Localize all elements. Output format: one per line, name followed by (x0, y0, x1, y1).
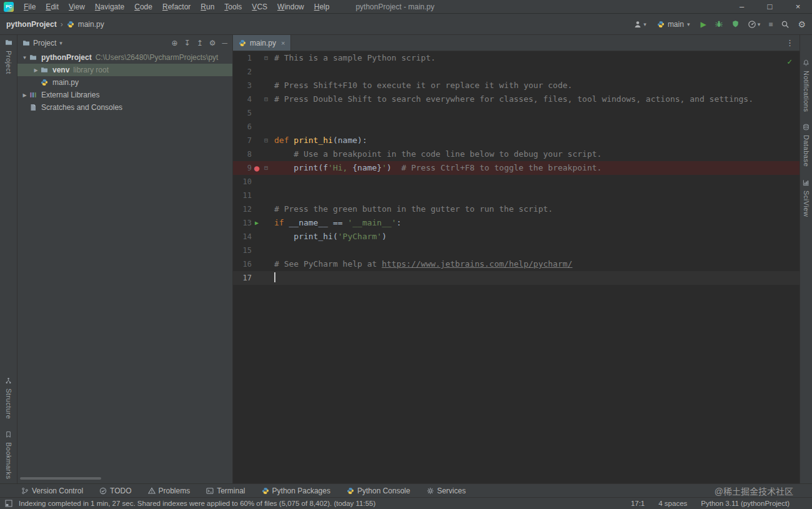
maximize-button[interactable]: □ (756, 0, 784, 13)
editor-gutter[interactable]: 13▶ (233, 216, 272, 230)
editor-gutter[interactable]: 1⊟ (233, 51, 272, 65)
tree-item-scratches[interactable]: Scratches and Consoles (17, 101, 232, 114)
tool-tab-version-control[interactable]: Version Control (21, 487, 83, 495)
menu-vcs[interactable]: VCS (247, 1, 272, 12)
editor-gutter[interactable]: 8 (233, 147, 272, 161)
chevron-down-icon[interactable]: ▾ (59, 40, 62, 46)
code-line-3[interactable]: 3# Press Shift+F10 to execute it or repl… (233, 79, 800, 92)
code-line-15[interactable]: 15 (233, 244, 800, 257)
code-line-4[interactable]: 4⊟# Press Double Shift to search everywh… (233, 92, 800, 106)
stripe-button-structure[interactable]: Structure (5, 375, 12, 419)
hide-panel-button[interactable]: ─ (222, 39, 227, 47)
menu-help[interactable]: Help (309, 1, 335, 12)
stripe-button-project[interactable]: Project (5, 37, 12, 74)
menu-file[interactable]: File (19, 1, 41, 12)
tool-tab-todo[interactable]: TODO (99, 487, 131, 495)
code-line-14[interactable]: 14 print_hi('PyCharm') (233, 230, 800, 244)
code-line-17[interactable]: 17 (233, 271, 800, 285)
run-configuration-selector[interactable]: main ▾ (655, 19, 693, 30)
locate-file-button[interactable]: ⊕ (172, 39, 178, 47)
menu-code[interactable]: Code (129, 1, 157, 12)
tool-tab-terminal[interactable]: Terminal (206, 487, 245, 495)
tree-item-external-libraries[interactable]: ▶External Libraries (17, 89, 232, 101)
horizontal-scrollbar[interactable] (20, 477, 101, 480)
run-gutter-icon[interactable]: ▶ (252, 220, 262, 226)
menu-view[interactable]: View (64, 1, 90, 12)
close-button[interactable]: × (784, 0, 812, 13)
breadcrumb-project[interactable]: pythonProject (6, 20, 57, 29)
editor-gutter[interactable]: 6 (233, 120, 272, 134)
editor-gutter[interactable]: 10 (233, 175, 272, 189)
fold-icon[interactable]: ⊟ (262, 134, 270, 147)
interpreter-widget[interactable]: Python 3.11 (pythonProject) (701, 500, 790, 507)
stripe-button-notifications[interactable]: Notifications (803, 57, 810, 112)
editor-gutter[interactable]: 15 (233, 244, 272, 257)
breadcrumb-file[interactable]: main.py (78, 20, 104, 29)
editor-gutter[interactable]: 5 (233, 106, 272, 120)
chevron-right-icon[interactable]: ▶ (32, 67, 40, 73)
code-line-11[interactable]: 11 (233, 189, 800, 202)
caret-position-widget[interactable]: 17:1 (631, 500, 645, 507)
fold-icon[interactable]: ⊟ (262, 161, 270, 175)
stop-button[interactable]: ■ (768, 20, 773, 29)
search-everywhere-button[interactable] (781, 20, 790, 29)
code-line-1[interactable]: 1⊟# This is a sample Python script. (233, 51, 800, 65)
editor-gutter[interactable]: 17 (233, 271, 272, 285)
profiler-button[interactable]: ▾ (748, 20, 761, 29)
tool-windows-icon[interactable] (5, 500, 12, 507)
stripe-button-sciview[interactable]: SciView (803, 177, 810, 217)
code-editor[interactable]: 1⊟# This is a sample Python script.23# P… (233, 51, 800, 483)
editor-tab-mainpy[interactable]: main.py × (233, 35, 291, 51)
editor-gutter[interactable]: 9●⊟ (233, 161, 272, 175)
project-panel-title[interactable]: Project (33, 39, 56, 47)
code-line-6[interactable]: 6 (233, 120, 800, 134)
inspection-ok-icon[interactable]: ✓ (787, 55, 792, 69)
breakpoint-icon[interactable]: ● (252, 164, 262, 172)
chevron-down-icon[interactable]: ▼ (21, 55, 29, 61)
indent-widget[interactable]: 4 spaces (658, 500, 687, 507)
editor-gutter[interactable]: 11 (233, 189, 272, 202)
code-line-7[interactable]: 7⊟def print_hi(name): (233, 134, 800, 147)
debug-button[interactable] (715, 20, 723, 29)
menu-run[interactable]: Run (196, 1, 219, 12)
settings-button[interactable]: ⚙ (798, 19, 806, 29)
code-line-9[interactable]: 9●⊟ print(f'Hi, {name}') # Press Ctrl+F8… (233, 161, 800, 175)
code-line-16[interactable]: 16# See PyCharm help at https://www.jetb… (233, 257, 800, 271)
code-with-me-users-button[interactable]: ▾ (633, 20, 646, 29)
code-line-8[interactable]: 8 # Use a breakpoint in the code line be… (233, 147, 800, 161)
panel-settings-button[interactable]: ⚙ (209, 39, 216, 47)
menu-navigate[interactable]: Navigate (90, 1, 129, 12)
tool-tab-python-console[interactable]: Python Console (347, 487, 410, 495)
code-line-10[interactable]: 10 (233, 175, 800, 189)
minimize-button[interactable]: – (728, 0, 756, 13)
tree-item-mainpy[interactable]: main.py (17, 76, 232, 89)
tool-tab-problems[interactable]: Problems (148, 487, 191, 495)
tab-close-icon[interactable]: × (281, 39, 285, 47)
code-line-2[interactable]: 2 (233, 65, 800, 79)
code-line-13[interactable]: 13▶if __name__ == '__main__': (233, 216, 800, 230)
stripe-button-database[interactable]: Database (803, 122, 810, 167)
editor-gutter[interactable]: 7⊟ (233, 134, 272, 147)
more-tabs-icon[interactable]: ⋮ (780, 35, 800, 51)
expand-all-button[interactable]: ↧ (184, 39, 191, 47)
tool-tab-services[interactable]: Services (427, 487, 466, 495)
menu-window[interactable]: Window (272, 1, 309, 12)
menu-edit[interactable]: Edit (41, 1, 64, 12)
editor-gutter[interactable]: 16 (233, 257, 272, 271)
tree-item-pythonproject[interactable]: ▼pythonProjectC:\Users\26480\PycharmProj… (17, 51, 232, 64)
menu-refactor[interactable]: Refactor (157, 1, 196, 12)
code-line-12[interactable]: 12# Press the green button in the gutter… (233, 202, 800, 216)
editor-gutter[interactable]: 4⊟ (233, 92, 272, 106)
editor-gutter[interactable]: 3 (233, 79, 272, 92)
menu-tools[interactable]: Tools (219, 1, 247, 12)
run-button[interactable]: ▶ (700, 20, 706, 29)
editor-gutter[interactable]: 12 (233, 202, 272, 216)
tool-tab-python-packages[interactable]: Python Packages (262, 487, 330, 495)
run-with-coverage-button[interactable] (731, 20, 740, 28)
fold-icon[interactable]: ⊟ (262, 92, 270, 106)
chevron-right-icon[interactable]: ▶ (21, 92, 29, 98)
stripe-button-bookmarks[interactable]: Bookmarks (5, 429, 12, 480)
code-line-5[interactable]: 5 (233, 106, 800, 120)
tree-item-venv[interactable]: ▶venvlibrary root (17, 64, 232, 76)
editor-gutter[interactable]: 14 (233, 230, 272, 244)
